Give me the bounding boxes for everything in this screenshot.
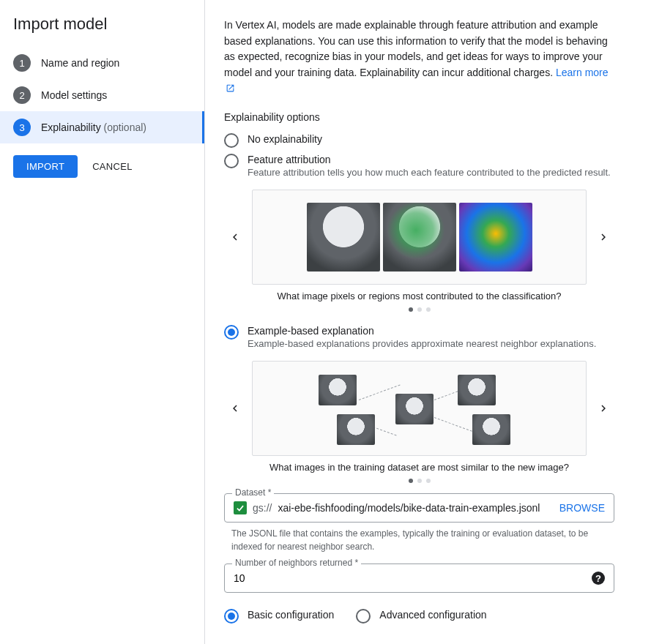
carousel-dots bbox=[224, 307, 614, 312]
sidebar: Import model 1 Name and region 2 Model s… bbox=[0, 0, 205, 644]
query-image bbox=[395, 394, 434, 424]
option-advanced-config[interactable]: Advanced configuration bbox=[356, 606, 486, 626]
example-carousel-caption: What images in the training dataset are … bbox=[224, 462, 614, 473]
neighbors-input[interactable] bbox=[234, 572, 592, 584]
chevron-right-icon bbox=[597, 402, 610, 415]
neighbor-image bbox=[472, 414, 510, 445]
step-label: Model settings bbox=[41, 89, 107, 101]
option-example-based[interactable]: Example-based explanation Example-based … bbox=[224, 322, 614, 352]
example-image-heatmap bbox=[459, 203, 532, 272]
step-number: 1 bbox=[13, 54, 31, 72]
example-image-attribution bbox=[383, 203, 456, 272]
connector-line bbox=[359, 385, 401, 400]
radio-label: No explainability bbox=[248, 133, 614, 145]
chevron-right-icon bbox=[597, 231, 610, 244]
step-number: 2 bbox=[13, 86, 31, 104]
radio-icon[interactable] bbox=[224, 133, 239, 148]
radio-description: Example-based explanations provides appr… bbox=[248, 338, 614, 349]
help-icon[interactable]: ? bbox=[592, 572, 605, 585]
carousel-dots bbox=[224, 479, 614, 483]
example-carousel bbox=[224, 361, 614, 456]
example-image-original bbox=[307, 203, 380, 272]
radio-label: Advanced configuration bbox=[379, 609, 486, 621]
carousel-next-button[interactable] bbox=[592, 397, 614, 419]
check-icon bbox=[234, 501, 247, 514]
neighbor-image bbox=[337, 414, 375, 445]
main-panel: In Vertex AI, models are made explainabl… bbox=[205, 0, 651, 644]
dot-icon[interactable] bbox=[417, 307, 422, 312]
option-no-explainability[interactable]: No explainability bbox=[224, 130, 614, 151]
neighbors-field: Number of neighbors returned * ? bbox=[224, 564, 614, 593]
carousel-content bbox=[252, 361, 587, 456]
dot-icon[interactable] bbox=[426, 307, 431, 312]
carousel-content bbox=[252, 190, 587, 285]
radio-description: Feature attribution tells you how much e… bbox=[248, 167, 614, 178]
explainability-options-title: Explainability options bbox=[224, 111, 614, 123]
radio-icon[interactable] bbox=[356, 609, 371, 624]
dot-icon[interactable] bbox=[409, 307, 413, 312]
external-link-icon bbox=[226, 83, 235, 93]
option-feature-attribution[interactable]: Feature attribution Feature attribution … bbox=[224, 151, 614, 181]
carousel-prev-button[interactable] bbox=[224, 397, 246, 419]
feature-carousel bbox=[224, 190, 614, 285]
radio-label: Basic configuration bbox=[248, 609, 334, 621]
sidebar-actions: IMPORT CANCEL bbox=[0, 143, 204, 190]
chevron-left-icon bbox=[228, 231, 242, 244]
neighbor-image bbox=[319, 375, 357, 405]
dot-icon[interactable] bbox=[417, 479, 422, 483]
gs-prefix: gs:// bbox=[253, 502, 272, 514]
intro-text: In Vertex AI, models are made explainabl… bbox=[224, 18, 614, 97]
step-explainability[interactable]: 3 Explainability (optional) bbox=[0, 111, 204, 143]
browse-button[interactable]: BROWSE bbox=[559, 502, 605, 514]
dataset-field: Dataset * gs:// BROWSE bbox=[224, 493, 614, 523]
option-basic-config[interactable]: Basic configuration bbox=[224, 606, 334, 626]
step-label: Name and region bbox=[41, 57, 119, 69]
carousel-next-button[interactable] bbox=[592, 226, 614, 248]
radio-label: Example-based explanation bbox=[248, 325, 614, 337]
radio-icon[interactable] bbox=[224, 325, 239, 340]
neighbor-image bbox=[458, 375, 496, 405]
radio-icon[interactable] bbox=[224, 154, 239, 168]
step-label: Explainability (optional) bbox=[41, 121, 146, 133]
step-name-region[interactable]: 1 Name and region bbox=[0, 47, 204, 79]
chevron-left-icon bbox=[228, 402, 242, 415]
field-label: Dataset * bbox=[232, 487, 274, 498]
radio-label: Feature attribution bbox=[248, 154, 614, 165]
cancel-button[interactable]: CANCEL bbox=[85, 155, 140, 178]
step-model-settings[interactable]: 2 Model settings bbox=[0, 79, 204, 111]
radio-icon[interactable] bbox=[224, 609, 239, 624]
feature-carousel-caption: What image pixels or regions most contri… bbox=[224, 291, 614, 302]
dot-icon[interactable] bbox=[426, 479, 431, 483]
dataset-help-text: The JSONL file that contains the example… bbox=[231, 527, 611, 553]
field-label: Number of neighbors returned * bbox=[232, 558, 361, 568]
configuration-options: Basic configuration Advanced configurati… bbox=[224, 606, 614, 626]
carousel-prev-button[interactable] bbox=[224, 226, 246, 248]
import-button[interactable]: IMPORT bbox=[13, 155, 78, 178]
dot-icon[interactable] bbox=[409, 479, 413, 483]
step-number: 3 bbox=[13, 119, 31, 136]
dataset-path-input[interactable] bbox=[278, 502, 553, 514]
connector-line bbox=[434, 417, 472, 432]
page-title: Import model bbox=[0, 15, 204, 47]
